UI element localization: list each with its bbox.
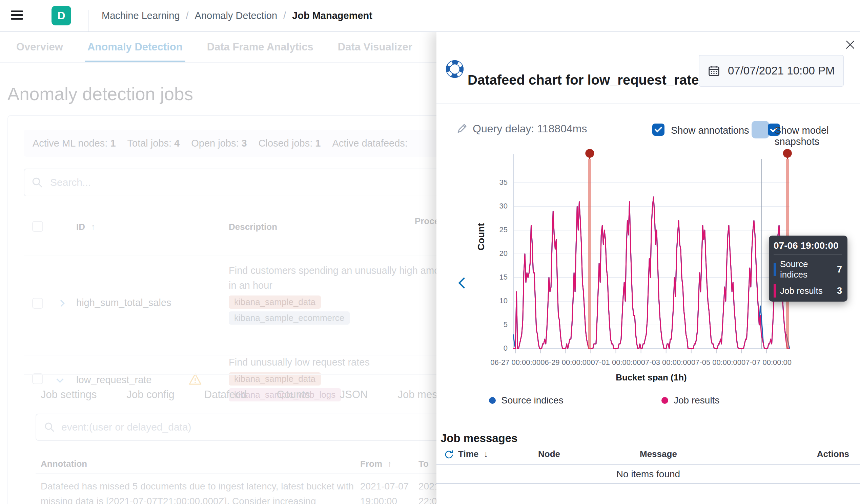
tooltip-row-job-results: Job results 3 — [774, 284, 842, 298]
column-header-actions: Actions — [817, 449, 849, 459]
chart-previous-button[interactable] — [454, 275, 469, 292]
tooltip-row-source-indices: Source indices 7 — [774, 259, 842, 280]
date-picker-field[interactable] — [699, 55, 844, 87]
app-root: D Machine Learning / Anomaly Detection /… — [0, 0, 860, 504]
breadcrumb-machine-learning[interactable]: Machine Learning — [102, 10, 180, 21]
space-avatar[interactable]: D — [52, 6, 71, 25]
close-icon[interactable] — [842, 38, 857, 53]
sort-desc-icon: ↓ — [484, 449, 488, 459]
column-header-message: Message — [640, 449, 677, 459]
column-header-time[interactable]: Time ↓ — [458, 449, 488, 459]
menu-hamburger-icon[interactable] — [9, 8, 25, 22]
no-items-found-text: No items found — [436, 469, 860, 480]
legend-dot-blue — [489, 397, 496, 404]
flyout-header-divider — [436, 104, 860, 104]
breadcrumb-job-management: Job Management — [292, 10, 372, 21]
legend-item-job-results[interactable]: Job results — [661, 395, 719, 406]
table-divider — [436, 483, 860, 484]
job-messages-heading: Job messages — [441, 432, 517, 445]
column-header-node: Node — [538, 449, 560, 459]
show-annotations-checkbox[interactable] — [652, 123, 664, 136]
show-model-snapshots-label[interactable]: Show model snapshots — [775, 125, 860, 147]
breadcrumb-separator: / — [283, 10, 286, 21]
chart-tooltip: 07-06 19:00:00 Source indices 7 Job resu… — [769, 236, 847, 301]
show-annotations-label[interactable]: Show annotations — [671, 125, 749, 136]
breadcrumb-separator: / — [186, 10, 189, 21]
legend-label: Job results — [674, 395, 719, 406]
header-divider — [88, 10, 88, 31]
tooltip-series-bar-magenta — [774, 284, 776, 298]
top-header-bar: D Machine Learning / Anomaly Detection /… — [0, 0, 860, 32]
legend-label: Source indices — [501, 395, 563, 406]
flyout-title: Datafeed chart for low_request_rate — [468, 72, 699, 88]
calendar-icon — [707, 64, 720, 77]
breadcrumb-anomaly-detection[interactable]: Anomaly Detection — [195, 10, 277, 21]
space-avatar-letter: D — [57, 10, 65, 22]
query-delay-text[interactable]: Query delay: 118804ms — [473, 122, 587, 135]
header-divider — [42, 10, 42, 31]
legend-dot-magenta — [661, 397, 668, 404]
breadcrumb: Machine Learning / Anomaly Detection / J… — [102, 0, 372, 31]
tooltip-series-bar-blue — [774, 263, 776, 276]
date-picker-input[interactable] — [727, 64, 840, 77]
refresh-icon[interactable] — [444, 449, 454, 460]
datafeed-chart-icon — [446, 60, 464, 78]
table-divider — [436, 464, 860, 465]
checkbox-focus-ring — [751, 121, 769, 138]
legend-item-source-indices[interactable]: Source indices — [489, 395, 563, 406]
tooltip-timestamp: 07-06 19:00:00 — [774, 240, 842, 255]
edit-pencil-icon[interactable] — [456, 122, 468, 134]
